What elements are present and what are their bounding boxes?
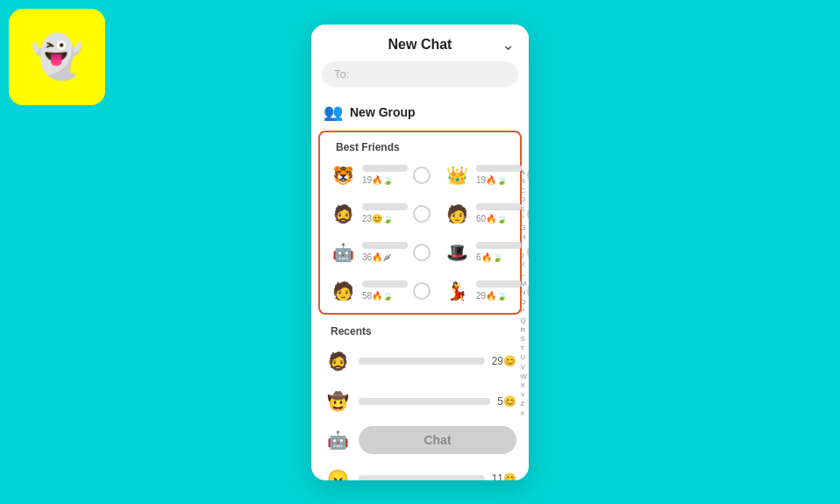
alpha-c[interactable]: C xyxy=(520,187,527,195)
name-placeholder xyxy=(362,242,408,249)
score: 5😊 xyxy=(497,395,516,408)
alpha-e[interactable]: E xyxy=(520,205,527,214)
score: 6🔥🍃 xyxy=(476,252,522,262)
name-placeholder xyxy=(359,398,490,405)
alpha-d[interactable]: D xyxy=(520,195,527,204)
alpha-n[interactable]: N xyxy=(520,288,527,297)
name-placeholder xyxy=(476,165,522,172)
chat-button-row: 🤖 Chat xyxy=(318,422,522,458)
score: 19🔥🍃 xyxy=(476,175,522,185)
chat-button[interactable]: Chat xyxy=(359,426,516,454)
avatar: 🤠 xyxy=(324,387,352,415)
best-friends-grid: 🐯 19🔥🍃 👑 19🔥🍃 🧔 23😊� xyxy=(324,157,516,309)
select-circle[interactable] xyxy=(413,282,431,300)
recents-section: Recents 🧔 29😊 🤠 5😊 🤖 Chat 😠 11😊 xyxy=(311,320,529,480)
new-group-button[interactable]: 👥 New Group xyxy=(311,96,529,129)
score: 23😊🍃 xyxy=(362,214,408,224)
alpha-i[interactable]: I xyxy=(520,242,527,251)
alpha-o[interactable]: O xyxy=(520,298,527,307)
alpha-u[interactable]: U xyxy=(520,353,527,362)
alpha-b[interactable]: B xyxy=(520,177,527,186)
score: 29😊 xyxy=(492,355,516,367)
list-item[interactable]: 🧔 29😊 xyxy=(318,341,522,381)
list-item[interactable]: 🐯 19🔥🍃 xyxy=(324,157,436,194)
name-placeholder xyxy=(359,358,485,365)
alphabet-sidebar: A B C D E F G H I J K L M N O P Q R S T … xyxy=(518,165,529,422)
new-group-icon: 👥 xyxy=(324,103,343,122)
avatar: 👑 xyxy=(443,161,471,189)
avatar: 🧑 xyxy=(443,200,471,228)
best-friends-label: Best Friends xyxy=(324,136,516,157)
avatar: 😠 xyxy=(324,465,352,480)
avatar: 🧑 xyxy=(329,277,357,305)
ghost-icon: 👻 xyxy=(31,32,83,82)
new-group-label: New Group xyxy=(350,105,416,119)
score: 36🔥🌶 xyxy=(362,252,408,262)
snapchat-logo: 👻 xyxy=(9,9,105,105)
search-bar[interactable]: To: xyxy=(322,61,518,87)
alpha-p[interactable]: P xyxy=(520,307,527,316)
score: 19🔥🍃 xyxy=(362,175,408,185)
alpha-a[interactable]: A xyxy=(520,168,527,177)
name-placeholder xyxy=(476,280,522,287)
alpha-v[interactable]: V xyxy=(520,363,527,372)
list-item[interactable]: 🤖 36🔥🌶 xyxy=(324,234,436,271)
list-item[interactable]: 🧑 58🔥🍃 xyxy=(324,273,436,309)
name-placeholder xyxy=(362,280,408,287)
alpha-t[interactable]: T xyxy=(520,344,527,353)
alpha-x[interactable]: X xyxy=(520,381,527,390)
avatar: 🧔 xyxy=(329,200,357,228)
alpha-l[interactable]: L xyxy=(520,270,527,279)
avatar: 🐯 xyxy=(329,161,357,189)
alpha-hash[interactable]: # xyxy=(520,409,527,418)
avatar: 💃 xyxy=(443,277,471,305)
alpha-q[interactable]: Q xyxy=(520,316,527,325)
name-placeholder xyxy=(362,203,408,210)
name-placeholder xyxy=(359,475,485,480)
list-item[interactable]: 🧑 60🔥🍃 xyxy=(438,195,529,232)
list-item[interactable]: 💃 29🔥🍃 xyxy=(438,273,529,309)
best-friends-section: Best Friends 🐯 19🔥🍃 👑 19🔥🍃 🧔 xyxy=(318,131,522,315)
alpha-s[interactable]: S xyxy=(520,335,527,344)
score: 60🔥🍃 xyxy=(476,214,522,224)
panel-title: New Chat xyxy=(388,37,452,53)
list-item[interactable]: 🧔 23😊🍃 xyxy=(324,195,436,232)
score: 29🔥🍃 xyxy=(476,291,522,301)
score: 58🔥🍃 xyxy=(362,291,408,301)
alpha-w[interactable]: W xyxy=(520,373,527,381)
list-item[interactable]: 🎩 6🔥🍃 xyxy=(438,234,529,271)
alpha-r[interactable]: R xyxy=(520,326,527,335)
list-item[interactable]: 👑 19🔥🍃 xyxy=(438,157,529,194)
panel-header: New Chat ⌄ xyxy=(311,25,529,61)
name-placeholder xyxy=(476,203,522,210)
alpha-y[interactable]: Y xyxy=(520,391,527,400)
select-circle[interactable] xyxy=(413,205,431,223)
chevron-down-icon[interactable]: ⌄ xyxy=(502,35,515,54)
avatar: 🤖 xyxy=(329,238,357,266)
avatar: 🎩 xyxy=(443,238,471,266)
name-placeholder xyxy=(476,242,522,249)
alpha-z[interactable]: Z xyxy=(520,400,527,408)
list-item[interactable]: 😠 11😊 xyxy=(318,458,522,480)
select-circle[interactable] xyxy=(413,244,431,261)
recents-label: Recents xyxy=(318,320,522,341)
new-chat-panel: New Chat ⌄ To: 👥 New Group Best Friends … xyxy=(311,25,529,480)
score: 11😊 xyxy=(492,472,516,480)
alpha-h[interactable]: H xyxy=(520,233,527,242)
list-item[interactable]: 🤠 5😊 xyxy=(318,381,522,422)
alpha-m[interactable]: M xyxy=(520,280,527,288)
name-placeholder xyxy=(362,165,408,172)
alpha-j[interactable]: J xyxy=(520,252,527,260)
avatar: 🧔 xyxy=(324,347,352,375)
search-placeholder: To: xyxy=(334,67,349,81)
avatar: 🤖 xyxy=(324,426,352,454)
select-circle[interactable] xyxy=(413,167,431,184)
alpha-g[interactable]: G xyxy=(520,224,527,232)
alpha-k[interactable]: K xyxy=(520,260,527,269)
alpha-f[interactable]: F xyxy=(520,214,527,223)
